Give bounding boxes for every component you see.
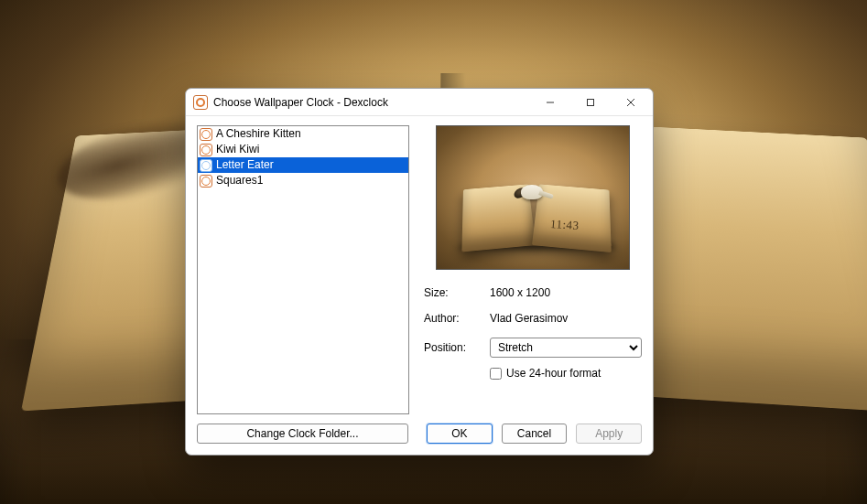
ok-button[interactable]: OK: [427, 424, 493, 444]
apply-button[interactable]: Apply: [576, 424, 642, 444]
list-item-label: Letter Eater: [216, 157, 274, 173]
author-label: Author:: [424, 312, 484, 325]
use-24h-label[interactable]: Use 24-hour format: [506, 367, 601, 380]
cancel-button[interactable]: Cancel: [502, 424, 568, 444]
choose-wallpaper-dialog: Choose Wallpaper Clock - Dexclock A Ches…: [185, 88, 654, 456]
list-item[interactable]: Squares1: [198, 173, 408, 188]
preview-time-overlay: 11:43: [549, 217, 580, 233]
position-label: Position:: [424, 341, 484, 354]
size-label: Size:: [424, 286, 484, 299]
window-title: Choose Wallpaper Clock - Dexclock: [213, 96, 388, 109]
maximize-button[interactable]: [570, 90, 611, 115]
list-item[interactable]: Letter Eater: [198, 157, 408, 173]
wallpaper-preview: 11:43: [436, 125, 630, 270]
clock-listbox[interactable]: A Cheshire KittenKiwi KiwiLetter EaterSq…: [197, 125, 409, 414]
close-button[interactable]: [611, 90, 651, 115]
use-24h-checkbox[interactable]: [490, 368, 502, 380]
size-value: 1600 x 1200: [490, 286, 642, 299]
titlebar[interactable]: Choose Wallpaper Clock - Dexclock: [186, 89, 653, 116]
app-icon: [193, 95, 208, 110]
svg-rect-0: [588, 99, 594, 105]
author-value: Vlad Gerasimov: [490, 312, 642, 325]
list-item-label: Kiwi Kiwi: [216, 142, 259, 157]
clock-icon: [200, 144, 212, 156]
position-select[interactable]: Stretch: [490, 338, 642, 358]
clock-icon: [200, 159, 212, 172]
list-item-label: A Cheshire Kitten: [216, 126, 301, 142]
list-item-label: Squares1: [216, 173, 263, 188]
list-item[interactable]: A Cheshire Kitten: [198, 126, 408, 142]
clock-icon: [200, 128, 212, 141]
clock-icon: [200, 175, 212, 188]
minimize-button[interactable]: [530, 90, 570, 115]
change-clock-folder-button[interactable]: Change Clock Folder...: [197, 424, 408, 444]
list-item[interactable]: Kiwi Kiwi: [198, 142, 408, 157]
